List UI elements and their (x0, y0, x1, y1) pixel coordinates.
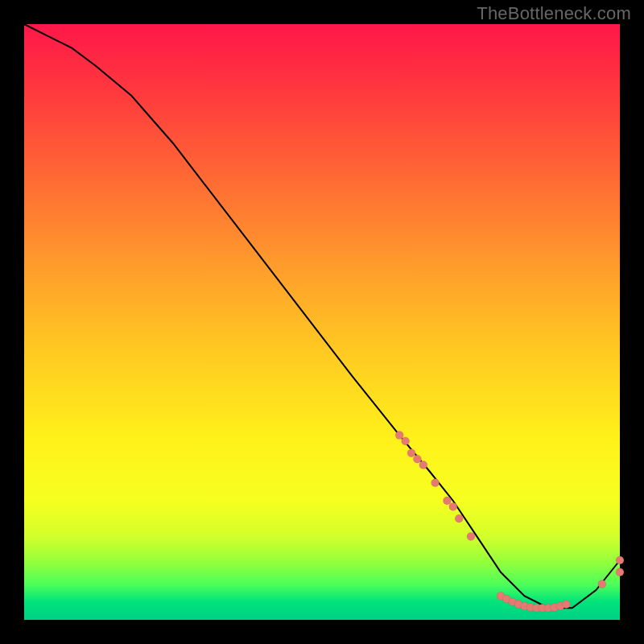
data-markers (395, 431, 624, 613)
data-point (407, 449, 415, 457)
data-point (402, 437, 410, 445)
plot-area (24, 24, 620, 620)
data-point (616, 556, 624, 564)
data-point (598, 580, 606, 588)
data-point (562, 601, 570, 609)
watermark-text: TheBottleneck.com (477, 3, 631, 24)
data-point (467, 532, 475, 540)
data-point (616, 568, 624, 576)
data-point (395, 431, 403, 440)
chart-frame: TheBottleneck.com (0, 0, 644, 644)
bottleneck-curve (24, 24, 620, 608)
data-point (455, 514, 463, 522)
data-point (419, 461, 427, 469)
data-point (431, 479, 440, 487)
data-point (443, 497, 451, 505)
data-point (413, 455, 421, 463)
curve-svg (24, 24, 620, 620)
data-point (449, 502, 457, 510)
